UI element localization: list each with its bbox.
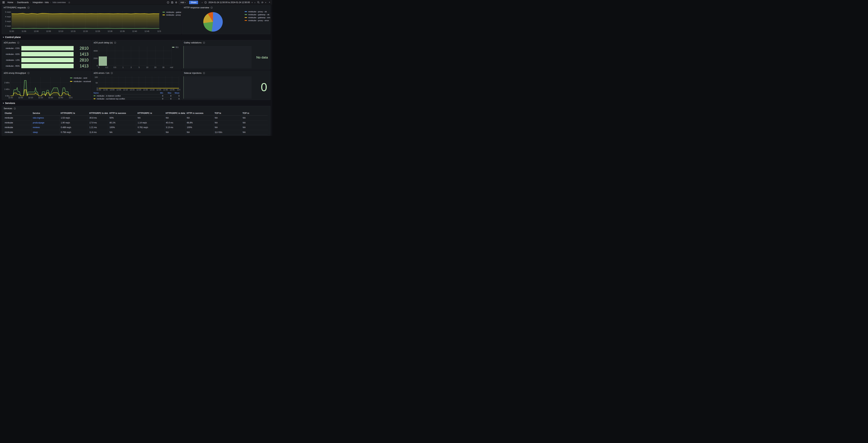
breadcrumb-separator: ›	[15, 1, 16, 4]
time-back-icon[interactable]: ‹	[202, 1, 203, 4]
legend-item[interactable]: minikube - proxy - error	[245, 20, 271, 22]
panel-title[interactable]: xDS errors / 1m	[94, 72, 113, 74]
legend-swatch	[70, 81, 72, 82]
section-services[interactable]: ∨ Services	[3, 102, 15, 104]
panel-title[interactable]: HTTP response overview	[184, 6, 213, 9]
svg-text:11:55: 11:55	[103, 89, 108, 91]
bar-gauge-bar	[21, 64, 73, 68]
svg-text:0 B/s: 0 B/s	[5, 95, 10, 97]
panel-title[interactable]: Services	[4, 107, 16, 110]
legend-swatch	[94, 95, 95, 96]
svg-text:12:00: 12:00	[110, 89, 115, 91]
breadcrumb-home[interactable]: Home	[7, 1, 13, 4]
legend-swatch	[172, 47, 175, 48]
timeseries-chart[interactable]: 11:5011:5512:0012:0512:1012:1512:2012:25…	[3, 10, 161, 34]
svg-text:3 req/s: 3 req/s	[5, 20, 11, 22]
zoom-out-icon[interactable]	[257, 1, 260, 4]
legend-item[interactable]: 0.1	[172, 46, 179, 48]
panel-info-icon[interactable]	[203, 42, 205, 44]
breadcrumb-dashboards[interactable]: Dashboards	[17, 1, 29, 4]
legend-swatch	[245, 17, 247, 18]
legend-item[interactable]: minikube - gateway - error	[245, 17, 271, 19]
collapse-nav-icon[interactable]: ∧	[269, 1, 270, 3]
bar-gauge-row[interactable]: minikube - EDS 1413	[4, 52, 89, 56]
legend-table-row[interactable]: minikube - in listener conflict 0 0 0	[94, 94, 180, 97]
favorite-star-icon[interactable]: ☆	[68, 1, 70, 4]
svg-text:12:5: 12:5	[177, 89, 180, 91]
service-link[interactable]: productpage	[33, 122, 44, 124]
histogram-chart[interactable]: 00.10.5135102030+Inf400020000	[93, 45, 181, 69]
info-icon[interactable]	[167, 1, 169, 4]
svg-text:12:40: 12:40	[163, 89, 168, 91]
legend-item[interactable]: minikube - received	[70, 81, 91, 83]
legend-item[interactable]: minikube - gateway - ok	[245, 13, 271, 15]
panel-title[interactable]: Galley validations	[184, 41, 205, 44]
add-button[interactable]: Add∨	[179, 1, 187, 4]
table-row: minikubeistio-ingress1.53 req/s30.8 ms50…	[5, 116, 268, 121]
panel-info-icon[interactable]	[111, 72, 113, 74]
panel-info-icon[interactable]	[27, 72, 30, 74]
svg-text:12:20: 12:20	[83, 30, 88, 32]
service-link[interactable]: sleep	[33, 131, 38, 133]
svg-text:10: 10	[146, 66, 148, 68]
settings-gear-icon[interactable]: ⚙	[175, 1, 178, 4]
svg-text:12:30: 12:30	[107, 30, 113, 32]
legend-swatch	[162, 14, 165, 15]
time-forward-icon[interactable]: ›	[254, 1, 255, 4]
services-table-body: minikubeistio-ingress1.53 req/s30.8 ms50…	[5, 116, 268, 135]
clock-icon[interactable]	[204, 1, 207, 4]
panel-info-icon[interactable]	[211, 7, 213, 9]
panel-title[interactable]: xDS push delay (s)	[94, 41, 116, 44]
breadcrumb-current: Istio overview	[53, 1, 66, 4]
save-icon[interactable]	[171, 1, 174, 4]
service-link[interactable]: istio-ingress	[33, 117, 44, 119]
bar-gauge-row[interactable]: minikube - LDS 2810	[4, 58, 89, 62]
svg-text:12:45: 12:45	[145, 30, 149, 32]
legend-table-header[interactable]: Name Min Max Mean	[94, 92, 180, 94]
legend-item[interactable]: minikube - gateway	[162, 11, 181, 13]
svg-text:2000: 2000	[94, 57, 98, 59]
panel-info-icon[interactable]	[27, 7, 30, 9]
legend-swatch	[245, 11, 247, 12]
chevron-down-icon[interactable]: ∨	[265, 2, 267, 3]
gauge-empty-area	[184, 76, 252, 99]
bar-gauge-row[interactable]: minikube - RDS 1413	[4, 64, 89, 68]
svg-text:12:05: 12:05	[116, 89, 121, 91]
svg-text:12:40: 12:40	[58, 96, 63, 99]
svg-text:3: 3	[130, 66, 132, 68]
pie-chart[interactable]	[203, 12, 223, 32]
panel-title[interactable]: Sidecar injections	[184, 72, 205, 74]
menu-icon[interactable]	[2, 1, 5, 3]
panel-info-icon[interactable]	[203, 72, 205, 74]
bar-gauge-row[interactable]: minikube - CDS 2810	[4, 46, 89, 51]
section-control-plane[interactable]: ∨ Control plane	[3, 36, 21, 38]
services-table-header[interactable]: ClusterServiceHTTP/GRPC txHTTP/GRPC tx d…	[5, 111, 268, 116]
panel-info-icon[interactable]	[17, 42, 19, 44]
legend-item[interactable]: minikube - proxy - ok	[245, 10, 271, 13]
pie-legend: minikube - proxy - ok minikube - gateway…	[245, 10, 271, 22]
breadcrumb-folder[interactable]: Integration - Istio	[33, 1, 49, 4]
legend-table-row[interactable]: minikube - out listener tcp conflict 0 0…	[94, 97, 180, 100]
panel-title[interactable]: xDS pushes	[4, 41, 19, 44]
svg-text:12:15: 12:15	[130, 89, 134, 91]
legend-item[interactable]: minikube - sent	[70, 77, 91, 79]
section-collapse-icon: ∨	[3, 36, 4, 38]
legend-swatch	[94, 98, 95, 99]
chevron-down-icon[interactable]: ∨	[251, 2, 253, 3]
svg-text:50: 50	[96, 82, 98, 84]
refresh-icon[interactable]: ⟳	[261, 1, 264, 4]
gauge-empty-area	[184, 46, 252, 68]
svg-text:12:20: 12:20	[38, 96, 43, 99]
timeseries-chart[interactable]: 11:5011:5512:0012:0512:1012:1512:2012:25…	[93, 75, 180, 91]
legend-item[interactable]: minikube - proxy	[162, 14, 181, 16]
svg-text:12:30: 12:30	[48, 96, 53, 99]
time-range[interactable]: 2024-01-24 11:50:00 to 2024-01-24 12:50:…	[209, 1, 250, 4]
panel-info-icon[interactable]	[14, 107, 16, 109]
service-link[interactable]: reviews	[33, 126, 40, 129]
panel-title[interactable]: HTTP/GRPC requests	[4, 6, 30, 9]
svg-text:11:55: 11:55	[22, 30, 26, 32]
panel-info-icon[interactable]	[114, 42, 116, 44]
svg-text:12:20: 12:20	[136, 89, 141, 91]
share-button[interactable]: Share	[189, 1, 198, 4]
panel-title[interactable]: xDS envoy throughput	[4, 72, 30, 74]
